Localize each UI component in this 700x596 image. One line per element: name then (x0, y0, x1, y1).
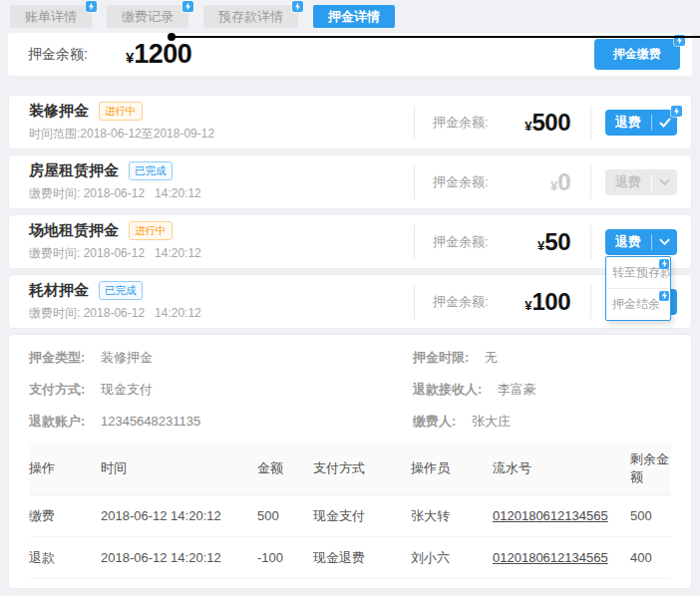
detail-label: 缴费人: (413, 414, 456, 429)
deposit-summary-bar: 押金余额: ¥ 1200 押金缴费 (8, 33, 692, 76)
card-balance-amount: ¥ 50 (537, 228, 570, 256)
cell-operation: 转移 (29, 579, 101, 590)
card-actions: 退费 转至预存款 押 (591, 229, 691, 255)
detail-payment-method: 支付方式: 现金支付 (29, 381, 413, 399)
tab-label: 押金详情 (328, 8, 380, 26)
status-badge: 已完成 (129, 161, 173, 180)
card-meta-label: 缴费时间: (29, 186, 80, 200)
detail-label: 支付方式: (29, 382, 85, 397)
cell-payment-method: 转至预存款 (313, 579, 411, 590)
table-header: 操作 时间 金额 支付方式 操作员 流水号 剩余金额 (29, 443, 671, 495)
card-info: 耗材押金 已完成 缴费时间: 2018-06-12 14:20:12 (29, 281, 414, 322)
refund-split-button-disabled: 退费 (605, 169, 677, 195)
card-balance-value: 100 (531, 288, 570, 316)
card-info: 房屋租赁押金 已完成 缴费时间: 2018-06-12 14:20:12 (29, 161, 414, 202)
tab-prepaid-detail[interactable]: 预存款详情 (203, 5, 298, 28)
card-balance-amount: ¥ 0 (550, 168, 570, 196)
card-meta-value: 2018-06-12至2018-09-12 (80, 127, 214, 141)
card-meta-label: 缴费时间: (29, 246, 80, 260)
detail-value: 装修押金 (101, 350, 153, 365)
status-badge: 进行中 (129, 221, 173, 240)
cell-remaining: 500 (630, 495, 671, 537)
tab-bar: 账单详情 缴费记录 预存款详情 押金详情 (0, 0, 700, 28)
detail-value: 现金支付 (101, 382, 153, 397)
check-icon (659, 118, 671, 128)
col-operation: 操作 (29, 443, 101, 495)
chevron-down-icon (659, 178, 670, 185)
refund-button: 退费 (605, 169, 651, 195)
deposit-balance-value: 1200 (134, 39, 191, 70)
detail-refund-receiver: 退款接收人: 李富豪 (413, 381, 671, 399)
table-row: 转移 2018-06-12 14:20:12 -100 转至预存款 刘小六 01… (29, 579, 671, 590)
deposit-balance-label: 押金余额: (28, 46, 88, 64)
card-title: 场地租赁押金 (29, 221, 119, 240)
dropdown-item-label: 押金结余 (612, 297, 660, 311)
currency-symbol: ¥ (525, 298, 531, 313)
detail-label: 退款接收人: (413, 382, 482, 397)
deposit-pay-button[interactable]: 押金缴费 (594, 39, 680, 70)
card-balance-value: 500 (531, 109, 570, 137)
dropdown-item-deposit-settle[interactable]: 押金结余 (606, 288, 670, 320)
tab-deposit-detail[interactable]: 押金详情 (313, 5, 395, 28)
card-meta: 缴费时间: 2018-06-12 14:20:12 (29, 305, 414, 322)
card-meta-value: 2018-06-12 14:20:12 (84, 186, 201, 200)
refund-more-button[interactable] (652, 229, 677, 255)
cell-time: 2018-06-12 14:20:12 (101, 537, 257, 579)
card-balance-label: 押金余额: (433, 233, 489, 251)
cell-operator: 张大转 (411, 495, 493, 537)
deposit-balance-amount: ¥ 1200 (126, 39, 191, 70)
detail-refund-account: 退款账户: 12345648231135 (29, 413, 413, 431)
col-amount: 金额 (257, 443, 313, 495)
cell-amount: 500 (257, 495, 313, 537)
refund-more-button[interactable] (652, 110, 677, 136)
currency-symbol: ¥ (525, 119, 531, 134)
card-meta-label: 缴费时间: (29, 306, 80, 320)
deposit-card-house-rent: 房屋租赁押金 已完成 缴费时间: 2018-06-12 14:20:12 押金余… (8, 154, 692, 209)
card-balance-amount: ¥ 100 (525, 288, 570, 316)
refund-button-wrap: 退费 (605, 110, 677, 136)
deposit-card-renovation: 装修押金 进行中 时间范围:2018-06-12至2018-09-12 押金余额… (8, 95, 692, 149)
detail-value: 12345648231135 (101, 414, 200, 429)
deposit-detail-page: 账单详情 缴费记录 预存款详情 押金详情 押金余额: ¥ 1200 (0, 0, 700, 596)
tab-label: 预存款详情 (218, 8, 283, 26)
table-row: 退款 2018-06-12 14:20:12 -100 现金退费 刘小六 012… (29, 537, 671, 579)
detail-label: 退款账户: (29, 414, 85, 429)
cell-payment-method: 现金支付 (313, 495, 411, 537)
card-balance-value: 0 (557, 168, 570, 196)
cell-operator: 刘小六 (411, 579, 493, 590)
card-balance-label: 押金余额: (433, 114, 489, 132)
tab-bill-detail[interactable]: 账单详情 (10, 5, 92, 28)
card-info: 场地租赁押金 进行中 缴费时间: 2018-06-12 14:20:12 (29, 221, 414, 262)
col-operator: 操作员 (411, 443, 493, 495)
refund-button[interactable]: 退费 (605, 110, 651, 136)
refund-button-wrap: 退费 转至预存款 押 (605, 229, 677, 255)
cell-time: 2018-06-12 14:20:12 (101, 495, 257, 537)
refund-split-button: 退费 (605, 110, 677, 136)
deposit-card-list: 装修押金 进行中 时间范围:2018-06-12至2018-09-12 押金余额… (8, 95, 692, 329)
refund-button[interactable]: 退费 (605, 229, 651, 255)
card-meta-value: 2018-06-12 14:20:12 (84, 246, 201, 260)
currency-symbol: ¥ (537, 238, 544, 253)
serial-number-link[interactable]: 0120180612134565 (493, 508, 608, 523)
detail-payer: 缴费人: 张大庄 (413, 413, 671, 431)
status-badge: 进行中 (99, 102, 143, 121)
card-title: 耗材押金 (29, 281, 89, 300)
serial-number-link[interactable]: 0120180612134565 (493, 550, 608, 565)
dropdown-item-transfer-to-prepaid[interactable]: 转至预存款 (606, 257, 670, 288)
deposit-card-site-rent: 场地租赁押金 进行中 缴费时间: 2018-06-12 14:20:12 押金余… (8, 214, 692, 269)
refund-split-button: 退费 (605, 229, 677, 255)
detail-label: 押金类型: (29, 350, 85, 365)
tab-payment-record[interactable]: 缴费记录 (107, 5, 188, 28)
card-meta-value: 2018-06-12 14:20:12 (84, 306, 201, 320)
cell-operation: 退款 (29, 537, 101, 579)
card-balance-label: 押金余额: (433, 293, 489, 311)
refund-dropdown-menu: 转至预存款 押金结余 (605, 256, 671, 321)
col-remaining: 剩余金额 (630, 443, 671, 495)
detail-deposit-type: 押金类型: 装修押金 (29, 349, 413, 367)
cell-operator: 刘小六 (411, 537, 493, 579)
card-balance-value: 50 (544, 228, 570, 256)
card-meta: 时间范围:2018-06-12至2018-09-12 (29, 126, 414, 143)
col-time: 时间 (101, 443, 257, 495)
detail-grid: 押金类型: 装修押金 押金时限: 无 支付方式: 现金支付 退款接收人: 李富豪… (29, 349, 671, 431)
card-actions: 退费 (591, 110, 691, 136)
